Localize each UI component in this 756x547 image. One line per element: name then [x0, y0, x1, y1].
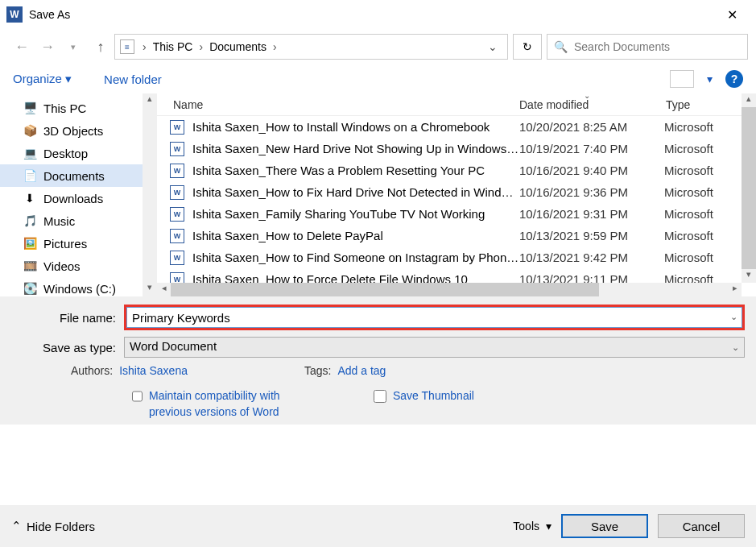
- file-row[interactable]: WIshita Saxen_How to Fix Hard Drive Not …: [157, 181, 756, 203]
- file-name: Ishita Saxen_New Hard Drive Not Showing …: [192, 142, 519, 155]
- sidebar-item-desktop[interactable]: 💻Desktop: [0, 142, 157, 164]
- sidebar-item-label: This PC: [43, 102, 86, 115]
- sidebar-item-3d-objects[interactable]: 📦3D Objects: [0, 119, 157, 142]
- tags-add-link[interactable]: Add a tag: [337, 364, 386, 377]
- tags-label: Tags:: [304, 364, 331, 377]
- sidebar-item-windows-c-[interactable]: 💽Windows (C:): [0, 277, 157, 296]
- hide-folders-button[interactable]: ⌃ Hide Folders: [11, 519, 95, 533]
- sidebar-item-downloads[interactable]: ⬇Downloads: [0, 187, 157, 209]
- scroll-down-icon[interactable]: ▾: [143, 282, 157, 296]
- cancel-button[interactable]: Cancel: [658, 514, 745, 538]
- recent-dropdown[interactable]: ▾: [64, 42, 82, 52]
- scroll-right-icon[interactable]: ▸: [728, 283, 742, 296]
- save-thumbnail-label[interactable]: Save Thumbnail: [393, 388, 474, 404]
- sidebar-item-label: Pictures: [43, 237, 87, 251]
- column-type[interactable]: Type: [666, 98, 746, 111]
- sidebar-item-label: Downloads: [43, 192, 103, 205]
- navigation-pane: 🖥️This PC📦3D Objects💻Desktop📄Documents⬇D…: [0, 93, 157, 296]
- refresh-button[interactable]: ↻: [513, 34, 542, 60]
- address-bar[interactable]: ≡ › This PC › Documents › ⌄: [114, 34, 508, 60]
- listing-vscrollbar[interactable]: ▴ ▾: [742, 93, 756, 283]
- sidebar-item-this-pc[interactable]: 🖥️This PC: [0, 97, 157, 119]
- sidebar-item-label: Music: [43, 214, 75, 228]
- tools-dropdown[interactable]: Tools ▾: [513, 520, 552, 532]
- chevron-right-icon[interactable]: ›: [268, 40, 282, 53]
- breadcrumb-documents[interactable]: Documents: [208, 40, 268, 53]
- word-doc-icon: W: [170, 120, 184, 135]
- chevron-right-icon[interactable]: ›: [138, 40, 151, 53]
- scroll-up-icon[interactable]: ▴: [143, 93, 157, 108]
- listing-hscrollbar[interactable]: ◂ ▸: [157, 283, 742, 296]
- save-thumbnail-checkbox[interactable]: [374, 390, 386, 403]
- sidebar-item-music[interactable]: 🎵Music: [0, 209, 157, 232]
- sidebar-item-documents[interactable]: 📄Documents: [0, 164, 157, 187]
- file-name: Ishita Saxen_How to Delete PayPal: [192, 229, 519, 242]
- view-mode-dropdown[interactable]: ▾: [707, 73, 713, 85]
- column-date[interactable]: ⌄ Date modified: [519, 98, 666, 111]
- location-doc-icon: ≡: [120, 39, 134, 54]
- maintain-compat-label[interactable]: Maintain compatibility with previous ver…: [149, 388, 293, 420]
- file-row[interactable]: WIshita Saxen_How to Install Windows on …: [157, 116, 756, 138]
- word-doc-icon: W: [170, 185, 184, 200]
- close-button[interactable]: ✕: [714, 7, 750, 23]
- address-dropdown-icon[interactable]: ⌄: [483, 40, 502, 53]
- search-placeholder: Search Documents: [574, 40, 670, 53]
- word-doc-icon: W: [170, 142, 184, 156]
- file-row[interactable]: WIshita Saxen_Family Sharing YouTube TV …: [157, 203, 756, 225]
- organize-button[interactable]: Organize ▾: [13, 72, 72, 86]
- sidebar-item-label: Desktop: [43, 147, 88, 160]
- navigation-bar: ← → ▾ ↑ ≡ › This PC › Documents › ⌄ ↻ 🔍 …: [0, 29, 756, 64]
- file-row[interactable]: WIshita Saxen_How to Delete PayPal10/13/…: [157, 225, 756, 247]
- scroll-up-icon[interactable]: ▴: [742, 93, 756, 107]
- sidebar-item-label: Videos: [43, 259, 81, 273]
- up-button[interactable]: ↑: [92, 38, 109, 56]
- column-name[interactable]: Name: [157, 98, 519, 111]
- file-name: Ishita Saxen_There Was a Problem Resetti…: [192, 164, 519, 177]
- filename-input[interactable]: [126, 307, 742, 328]
- music-icon: 🎵: [23, 213, 37, 228]
- scroll-down-icon[interactable]: ▾: [742, 269, 756, 283]
- file-row[interactable]: WIshita Saxen_How to Find Someone on Ins…: [157, 247, 756, 268]
- scroll-left-icon[interactable]: ◂: [157, 283, 171, 296]
- view-mode-button[interactable]: [670, 70, 694, 88]
- column-headers: Name ⌄ Date modified Type: [157, 93, 756, 116]
- file-type: Microsoft: [664, 142, 745, 155]
- drive-icon: 💽: [23, 281, 37, 296]
- authors-value[interactable]: Ishita Saxena: [119, 364, 188, 377]
- file-name: Ishita Saxen_How to Fix Hard Drive Not D…: [192, 185, 519, 199]
- 3d-icon: 📦: [23, 123, 37, 138]
- file-date: 10/16/2021 9:36 PM: [519, 185, 664, 199]
- scroll-thumb[interactable]: [742, 107, 756, 269]
- savetype-label: Save as type:: [11, 341, 124, 354]
- desktop-icon: 💻: [23, 146, 37, 160]
- file-row[interactable]: WIshita Saxen_New Hard Drive Not Showing…: [157, 138, 756, 160]
- savetype-dropdown[interactable]: Word Document ⌄: [124, 337, 745, 358]
- maintain-compat-checkbox[interactable]: [132, 390, 143, 403]
- file-row[interactable]: WIshita Saxen_There Was a Problem Resett…: [157, 160, 756, 181]
- new-folder-button[interactable]: New folder: [104, 73, 162, 86]
- save-button[interactable]: Save: [561, 514, 648, 538]
- sidebar-scrollbar[interactable]: ▴ ▾: [143, 93, 157, 296]
- file-type: Microsoft: [664, 251, 745, 264]
- sort-indicator-icon: ⌄: [584, 91, 590, 100]
- filename-label: File name:: [11, 311, 124, 325]
- pc-icon: 🖥️: [23, 101, 37, 115]
- sidebar-item-videos[interactable]: 🎞️Videos: [0, 255, 157, 277]
- back-button[interactable]: ←: [13, 39, 31, 56]
- sidebar-item-pictures[interactable]: 🖼️Pictures: [0, 232, 157, 255]
- file-date: 10/13/2021 9:59 PM: [519, 229, 664, 242]
- authors-label: Authors:: [71, 364, 113, 377]
- sidebar-item-label: Documents: [43, 169, 105, 183]
- sidebar-item-label: 3D Objects: [43, 124, 103, 138]
- forward-button: →: [39, 39, 56, 56]
- word-app-icon: W: [6, 6, 23, 23]
- search-input[interactable]: 🔍 Search Documents: [547, 34, 748, 60]
- word-doc-icon: W: [170, 251, 184, 265]
- help-button[interactable]: ?: [725, 70, 743, 88]
- word-doc-icon: W: [170, 207, 184, 222]
- scroll-thumb[interactable]: [171, 283, 599, 296]
- titlebar: W Save As ✕: [0, 0, 756, 29]
- window-title: Save As: [29, 8, 714, 21]
- breadcrumb-thispc[interactable]: This PC: [151, 40, 195, 53]
- chevron-right-icon[interactable]: ›: [194, 40, 208, 53]
